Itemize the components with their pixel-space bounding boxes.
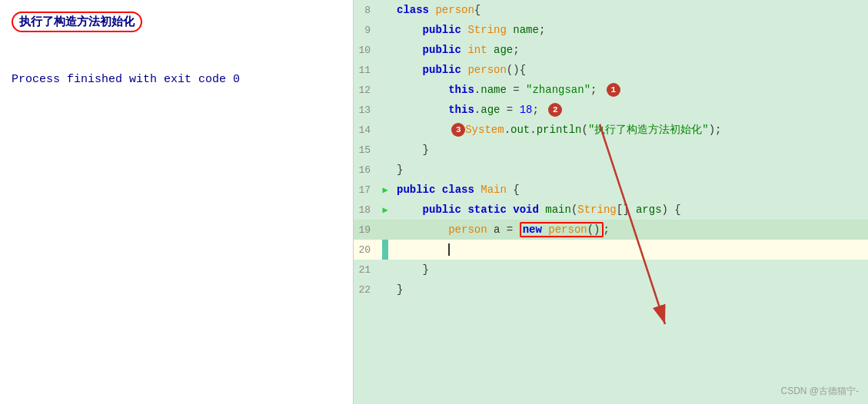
run-arrow-17: ▶ <box>382 184 387 196</box>
line-content-21: } <box>394 263 868 276</box>
line-content-18: public static void main(String[] args) { <box>394 204 868 216</box>
line-content-8: class person{ <box>394 4 868 16</box>
gutter-18: ▶ <box>377 204 394 216</box>
line-num-21: 21 <box>354 264 377 276</box>
gutter-20 <box>377 240 394 260</box>
line-content-12: this.name = "zhangsan"; 1 <box>394 83 868 97</box>
code-line-12: 12 this.name = "zhangsan"; 1 <box>354 80 868 100</box>
line-content-9: public String name; <box>394 24 868 36</box>
code-line-22: 22 } <box>354 280 868 300</box>
line-num-14: 14 <box>354 124 377 136</box>
code-line-15: 15 } <box>354 140 868 160</box>
code-line-9: 9 public String name; <box>354 20 868 40</box>
line-content-20 <box>394 243 868 256</box>
line-num-15: 15 <box>354 144 377 156</box>
code-line-18: 18 ▶ public static void main(String[] ar… <box>354 200 868 220</box>
line-content-10: public int age; <box>394 44 868 56</box>
code-area: 8 class person{ 9 public String name; 10… <box>354 0 868 404</box>
new-person-box: new person() <box>520 222 604 237</box>
badge-3: 3 <box>451 123 465 137</box>
code-line-17: 17 ▶ public class Main { <box>354 180 868 200</box>
line-content-11: public person(){ <box>394 64 868 76</box>
code-editor-panel: 8 class person{ 9 public String name; 10… <box>354 0 868 404</box>
code-line-20: 20 <box>354 240 868 260</box>
line-num-9: 9 <box>354 25 377 36</box>
line-content-14: 3System.out.println("执行了构造方法初始化"); <box>394 123 868 137</box>
badge-2: 2 <box>548 103 562 117</box>
line-content-15: } <box>394 144 868 156</box>
process-finished-text: Process finished with exit code 0 <box>12 71 341 89</box>
line-num-12: 12 <box>354 84 377 96</box>
line-num-18: 18 <box>354 204 377 216</box>
code-line-16: 16 } <box>354 160 868 180</box>
code-line-19: 19 person a = new person(); <box>354 220 868 240</box>
line-content-16: } <box>394 164 868 176</box>
code-line-10: 10 public int age; <box>354 40 868 60</box>
line-content-19: person a = new person(); <box>394 222 868 237</box>
teal-gutter-20 <box>382 240 388 260</box>
watermark: CSDN @古德猫宁- <box>780 385 859 398</box>
code-line-13: 13 this.age = 18; 2 <box>354 100 868 120</box>
line-num-17: 17 <box>354 184 377 196</box>
line-num-13: 13 <box>354 104 377 116</box>
gutter-17: ▶ <box>377 184 394 196</box>
console-panel: 执行了构造方法初始化 Process finished with exit co… <box>0 0 354 404</box>
line-num-11: 11 <box>354 65 377 76</box>
line-num-8: 8 <box>354 5 377 16</box>
line-num-20: 20 <box>354 244 377 256</box>
line-num-19: 19 <box>354 224 377 236</box>
badge-1: 1 <box>607 83 620 97</box>
output-text: 执行了构造方法初始化 <box>12 12 142 32</box>
code-line-8: 8 class person{ <box>354 0 868 20</box>
run-arrow-18: ▶ <box>382 204 387 216</box>
text-cursor <box>448 243 450 256</box>
code-line-11: 11 public person(){ <box>354 60 868 80</box>
line-content-17: public class Main { <box>394 184 868 196</box>
code-line-21: 21 } <box>354 260 868 280</box>
line-num-22: 22 <box>354 284 377 296</box>
line-num-10: 10 <box>354 45 377 56</box>
line-num-16: 16 <box>354 164 377 176</box>
code-line-14: 14 3System.out.println("执行了构造方法初始化"); <box>354 120 868 140</box>
line-content-22: } <box>394 283 868 296</box>
line-content-13: this.age = 18; 2 <box>394 103 868 117</box>
